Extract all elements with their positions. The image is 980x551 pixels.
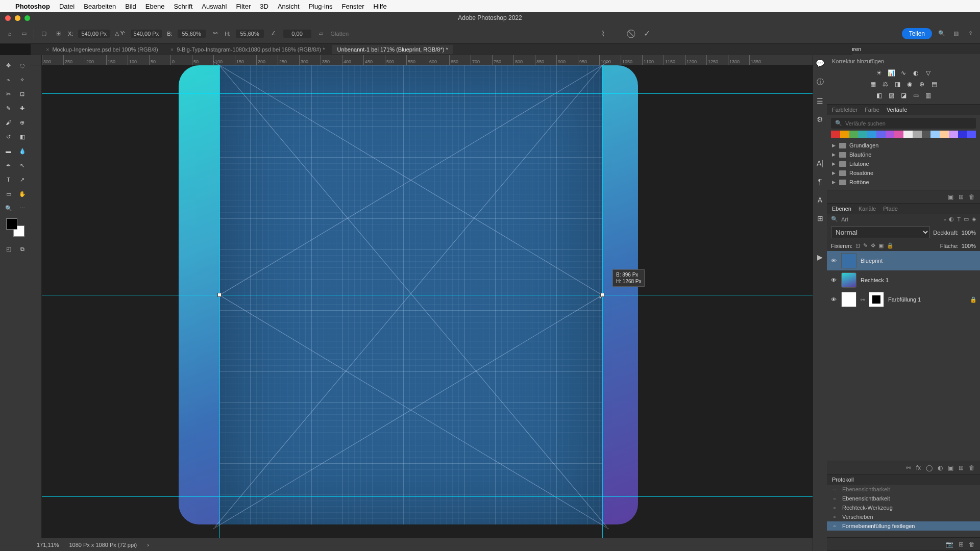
gradient-folder[interactable]: ▶Grundlagen: [831, 141, 976, 150]
curves-icon[interactable]: ∿: [899, 69, 908, 77]
gradient-swatch[interactable]: [967, 131, 976, 138]
layer-name[interactable]: Farbfüllung 1: [888, 296, 921, 303]
doc-tab-1[interactable]: ×9-Big-Typo-Instagram-1080x1080.psd bei …: [165, 45, 330, 54]
group-icon[interactable]: ▣: [948, 464, 953, 471]
styles-panel-icon[interactable]: ⊞: [817, 214, 823, 222]
horizontal-ruler[interactable]: 3002502001501005005010015020025030035040…: [42, 55, 827, 65]
gradient-folder[interactable]: ▶Rottöne: [831, 178, 976, 187]
interpolation-label[interactable]: Glätten: [331, 31, 349, 37]
gradient-folder[interactable]: ▶Lilatöne: [831, 159, 976, 168]
gradient-swatch[interactable]: [903, 131, 913, 138]
layer-row[interactable]: 👁Blueprint: [827, 251, 980, 270]
blend-mode-select[interactable]: Normal: [831, 227, 930, 238]
tab-verlaeufe[interactable]: Verläufe: [887, 107, 907, 113]
gradient-swatch[interactable]: [949, 131, 958, 138]
chevron-right-icon[interactable]: ›: [147, 542, 149, 548]
y-field[interactable]: 540,00 Px: [131, 30, 162, 38]
shape-tool-icon[interactable]: ▭: [2, 187, 15, 201]
delete-state-icon[interactable]: 🗑: [969, 541, 975, 548]
filter-image-icon[interactable]: ▫: [944, 216, 946, 222]
commit-transform-icon[interactable]: ✓: [643, 29, 652, 38]
filter-smart-icon[interactable]: ◈: [972, 216, 976, 222]
path-select-icon[interactable]: ↖: [15, 158, 29, 172]
selective-color-icon[interactable]: ▥: [923, 91, 933, 99]
screenmode-icon[interactable]: ⧉: [15, 242, 29, 256]
balance-icon[interactable]: ⚖: [880, 80, 890, 88]
tab-pfade[interactable]: Pfade: [883, 206, 898, 212]
panel-title[interactable]: Protokoll: [832, 477, 854, 483]
tab-farbfelder[interactable]: Farbfelder: [832, 107, 857, 113]
levels-icon[interactable]: 📊: [887, 69, 896, 77]
angle-field[interactable]: 0,00: [283, 30, 311, 38]
x-field[interactable]: 540,00 Px: [78, 30, 110, 38]
menu-filter[interactable]: Filter: [236, 3, 251, 10]
gradient-swatch[interactable]: [930, 131, 940, 138]
gradient-swatch[interactable]: [831, 131, 840, 138]
w-field[interactable]: 55,60%: [178, 30, 206, 38]
mask-icon[interactable]: ◯: [926, 464, 933, 471]
canvas-area[interactable]: 3002502001501005005010015020025030035040…: [31, 55, 827, 538]
new-state-icon[interactable]: ⊞: [959, 541, 964, 548]
lock-position-icon[interactable]: ✥: [871, 242, 875, 249]
transform-icon[interactable]: ▭: [19, 29, 29, 38]
threshold-icon[interactable]: ◪: [899, 91, 908, 99]
gradient-swatch[interactable]: [922, 131, 931, 138]
gradient-swatch[interactable]: [886, 131, 895, 138]
h-field[interactable]: 55,60%: [236, 30, 264, 38]
menu-datei[interactable]: Datei: [59, 3, 75, 10]
adjustments-icon[interactable]: ⚙: [817, 115, 823, 123]
gradient-swatch[interactable]: [876, 131, 886, 138]
bw-icon[interactable]: ◨: [893, 80, 902, 88]
crop-tool-icon[interactable]: ✂: [2, 87, 15, 101]
document-info[interactable]: 1080 Px x 1080 Px (72 ppi): [69, 542, 137, 548]
gradient-swatch[interactable]: [858, 131, 867, 138]
window-minimize-icon[interactable]: [15, 15, 20, 21]
menu-schrift[interactable]: Schrift: [174, 3, 192, 10]
paragraph-panel-icon[interactable]: ¶: [818, 178, 822, 186]
link-layers-icon[interactable]: ⚯: [906, 464, 911, 471]
exposure-icon[interactable]: ◐: [911, 69, 920, 77]
info-icon[interactable]: ⓘ: [817, 78, 824, 87]
share-button[interactable]: Teilen: [902, 28, 932, 39]
menu-bearbeiten[interactable]: Bearbeiten: [84, 3, 116, 10]
export-icon[interactable]: ⇪: [966, 29, 975, 38]
gradient-swatch[interactable]: [894, 131, 903, 138]
pen-tool-icon[interactable]: ✒: [2, 158, 15, 172]
heal-tool-icon[interactable]: ✚: [15, 101, 29, 115]
opacity-value[interactable]: 100%: [962, 230, 976, 236]
quickmask-icon[interactable]: ◰: [2, 242, 15, 256]
lock-artboard-icon[interactable]: ▣: [878, 242, 884, 249]
history-item[interactable]: ▫Rechteck-Werkzeug: [827, 503, 980, 512]
stamp-tool-icon[interactable]: ⊕: [15, 115, 29, 130]
layer-thumb[interactable]: [841, 292, 856, 307]
posterize-icon[interactable]: ▨: [887, 91, 896, 99]
gradient-search[interactable]: 🔍: [831, 118, 976, 129]
delete-layer-icon[interactable]: 🗑: [969, 464, 975, 471]
bucket-tool-icon[interactable]: 💧: [15, 144, 29, 158]
fx-icon[interactable]: fx: [916, 464, 921, 471]
gradient-map-icon[interactable]: ▭: [911, 91, 920, 99]
glyphs-panel-icon[interactable]: A: [818, 196, 822, 204]
hue-icon[interactable]: ▦: [868, 80, 877, 88]
fill-value[interactable]: 100%: [962, 243, 976, 249]
brightness-icon[interactable]: ☀: [874, 69, 884, 77]
history-item[interactable]: ▫Formebenenfüllung festlegen: [827, 521, 980, 531]
zoom-tool-icon[interactable]: 🔍: [2, 201, 15, 215]
vertical-guide[interactable]: [602, 65, 603, 538]
history-item[interactable]: ▫Ebenensichtbarkeit: [827, 485, 980, 494]
visibility-icon[interactable]: 👁: [830, 258, 837, 264]
doc-tab-2[interactable]: Unbenannt-1 bei 171% (Blueprint, RGB/8*)…: [332, 45, 453, 54]
expand-panels-icon[interactable]: ▶: [817, 253, 823, 261]
menu-plugins[interactable]: Plug-ins: [309, 3, 333, 10]
vibrance-icon[interactable]: ▽: [923, 69, 933, 77]
reference-point-icon[interactable]: ▢: [39, 29, 48, 38]
type-tool-icon[interactable]: T: [2, 172, 15, 187]
photo-filter-icon[interactable]: ◉: [905, 80, 914, 88]
visibility-icon[interactable]: 👁: [830, 296, 837, 303]
history-brush-icon[interactable]: ↺: [2, 130, 15, 144]
foreground-color-swatch[interactable]: [6, 218, 17, 230]
delete-icon[interactable]: 🗑: [969, 193, 975, 201]
menu-3d[interactable]: 3D: [260, 3, 268, 10]
gradient-search-input[interactable]: [845, 120, 972, 127]
tab-ebenen[interactable]: Ebenen: [832, 206, 851, 212]
